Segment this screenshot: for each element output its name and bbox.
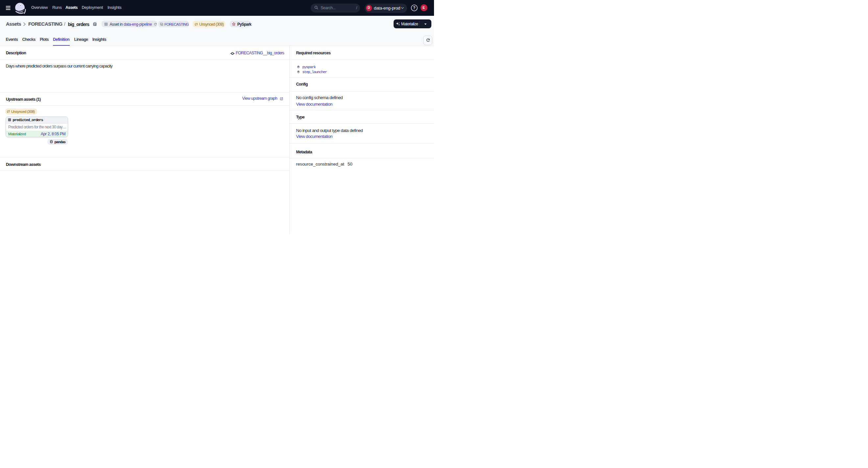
svg-text:?: ? (413, 6, 415, 10)
